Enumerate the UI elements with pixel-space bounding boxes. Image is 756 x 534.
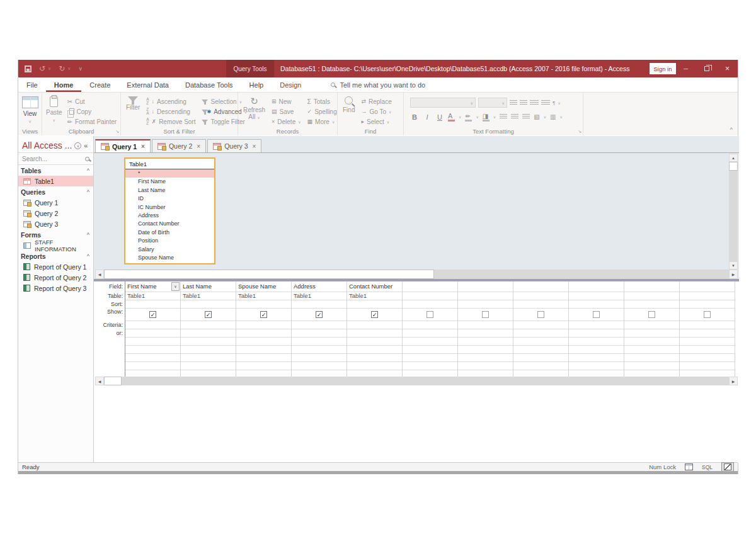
totals-button[interactable]: ΣTotals	[307, 96, 337, 106]
or-cell[interactable]	[236, 329, 291, 338]
clipboard-dialog-launcher-icon[interactable]: ↘	[115, 129, 119, 134]
spelling-button[interactable]: ✓Spelling	[307, 106, 337, 116]
table1-field-list[interactable]: Table1 * First Name Last Name ID IC Numb…	[124, 157, 215, 264]
find-button[interactable]: Find	[343, 93, 355, 127]
redo-icon[interactable]: ↻	[59, 60, 65, 77]
table-cell[interactable]: Table1	[181, 292, 236, 300]
criteria-cell[interactable]	[458, 321, 513, 329]
sort-cell[interactable]	[458, 300, 513, 309]
bullets-icon[interactable]	[510, 100, 517, 106]
nav-item-report-query3[interactable]: Report of Query 3	[18, 283, 93, 293]
criteria-cell[interactable]	[680, 321, 735, 329]
field-cell[interactable]: Spouse Name	[236, 281, 291, 292]
replace-button[interactable]: ⇄Replace	[361, 96, 391, 106]
delete-record-button[interactable]: ×Delete∨	[272, 116, 301, 127]
show-cell[interactable]	[292, 309, 346, 321]
restore-button[interactable]	[696, 60, 717, 77]
field-list-row[interactable]: Last Name	[125, 186, 214, 195]
doc-tab-query1[interactable]: Query 1×	[95, 139, 151, 152]
sort-cell[interactable]	[569, 300, 624, 309]
nav-group-tables[interactable]: Tables^	[18, 165, 93, 176]
field-cell[interactable]	[513, 281, 568, 292]
goto-button[interactable]: →Go To∨	[361, 106, 391, 116]
close-tab-icon[interactable]: ×	[141, 143, 145, 150]
sort-cell[interactable]	[181, 300, 236, 309]
or-cell[interactable]	[680, 329, 735, 338]
show-checkbox[interactable]	[371, 311, 378, 318]
new-record-button[interactable]: ⊞New	[272, 96, 301, 106]
scrollbar-thumb[interactable]	[104, 377, 122, 385]
scroll-right-icon[interactable]: ▶	[729, 377, 738, 385]
close-button[interactable]: ×	[717, 60, 738, 77]
table-cell[interactable]: Table1	[125, 292, 180, 300]
field-list-row-star[interactable]: *	[125, 169, 214, 178]
diagram-horizontal-scrollbar[interactable]: ◀ ▶	[95, 270, 738, 279]
criteria-cell[interactable]	[403, 321, 457, 329]
table-cell[interactable]	[680, 292, 735, 300]
criteria-cell[interactable]	[513, 321, 568, 329]
tab-file[interactable]: File	[18, 77, 46, 92]
or-cell[interactable]	[292, 329, 346, 338]
nav-item-query3[interactable]: Query 3	[18, 219, 93, 229]
alternate-row-color-icon[interactable]: ▥	[550, 113, 556, 120]
criteria-cell[interactable]	[181, 321, 236, 329]
view-button[interactable]: View ∨	[18, 93, 42, 123]
or-cell[interactable]	[347, 329, 402, 338]
field-cell[interactable]	[680, 281, 735, 292]
show-checkbox[interactable]	[205, 311, 212, 318]
tab-home[interactable]: Home	[46, 77, 82, 92]
tell-me-box[interactable]: Tell me what you want to do	[331, 77, 425, 92]
minimize-button[interactable]: –	[675, 60, 696, 77]
field-list-row[interactable]: IC Number	[125, 203, 214, 212]
or-cell[interactable]	[458, 329, 513, 338]
field-cell[interactable]	[458, 281, 513, 292]
show-cell[interactable]	[569, 309, 624, 321]
collapse-ribbon-button[interactable]: ^	[730, 127, 733, 133]
datasheet-view-button[interactable]	[685, 463, 693, 470]
show-checkbox[interactable]	[260, 311, 267, 318]
cut-button[interactable]: ✂Cut	[67, 96, 117, 106]
scrollbar-thumb[interactable]	[104, 270, 434, 279]
criteria-cell[interactable]	[292, 321, 346, 329]
customize-qat-icon[interactable]: ∨	[78, 60, 83, 77]
close-tab-icon[interactable]: ×	[197, 143, 200, 150]
doc-tab-query3[interactable]: Query 3×	[207, 139, 261, 152]
filter-button[interactable]: Filter	[126, 93, 140, 127]
show-cell[interactable]	[181, 309, 236, 321]
paragraph-direction-icon[interactable]: ¶	[553, 100, 555, 106]
show-checkbox[interactable]	[427, 311, 433, 318]
collapse-group-icon[interactable]: ^	[87, 253, 89, 259]
close-tab-icon[interactable]: ×	[253, 143, 256, 150]
scroll-left-icon[interactable]: ◀	[95, 270, 104, 279]
field-list-row[interactable]: Spouse Name	[125, 254, 214, 262]
nav-item-report-query1[interactable]: Report of Query 1	[18, 261, 93, 272]
table-cell[interactable]	[403, 292, 457, 300]
design-view-button[interactable]	[721, 462, 734, 472]
scroll-down-icon[interactable]: ▼	[729, 261, 738, 270]
underline-button[interactable]: U	[435, 113, 444, 121]
criteria-cell[interactable]	[236, 321, 291, 329]
field-list-row[interactable]: Address	[125, 212, 214, 220]
remove-sort-button[interactable]: AZ✗Remove Sort	[146, 116, 195, 127]
nav-group-reports[interactable]: Reports^	[18, 251, 93, 261]
undo-dropdown-icon[interactable]: ∨	[48, 66, 51, 71]
show-cell[interactable]	[624, 309, 679, 321]
save-icon[interactable]	[25, 65, 32, 72]
or-cell[interactable]	[513, 329, 568, 338]
format-painter-button[interactable]: ✏Format Painter	[67, 116, 117, 127]
align-left-icon[interactable]	[500, 114, 507, 120]
table-cell[interactable]	[513, 292, 568, 300]
tab-create[interactable]: Create	[81, 77, 118, 92]
background-color-button[interactable]: ◨	[483, 113, 490, 122]
table-cell[interactable]: Table1	[292, 292, 346, 300]
or-cell[interactable]	[403, 329, 457, 338]
show-cell[interactable]	[347, 309, 402, 321]
or-cell[interactable]	[181, 329, 236, 338]
criteria-cell[interactable]	[347, 321, 402, 329]
tab-help[interactable]: Help	[241, 77, 272, 92]
numbering-icon[interactable]	[520, 100, 527, 106]
field-list-row[interactable]: ID	[125, 195, 214, 203]
more-button[interactable]: ▦More∨	[307, 116, 337, 127]
font-color-button[interactable]: A	[448, 112, 455, 122]
field-cell[interactable]	[403, 281, 457, 292]
